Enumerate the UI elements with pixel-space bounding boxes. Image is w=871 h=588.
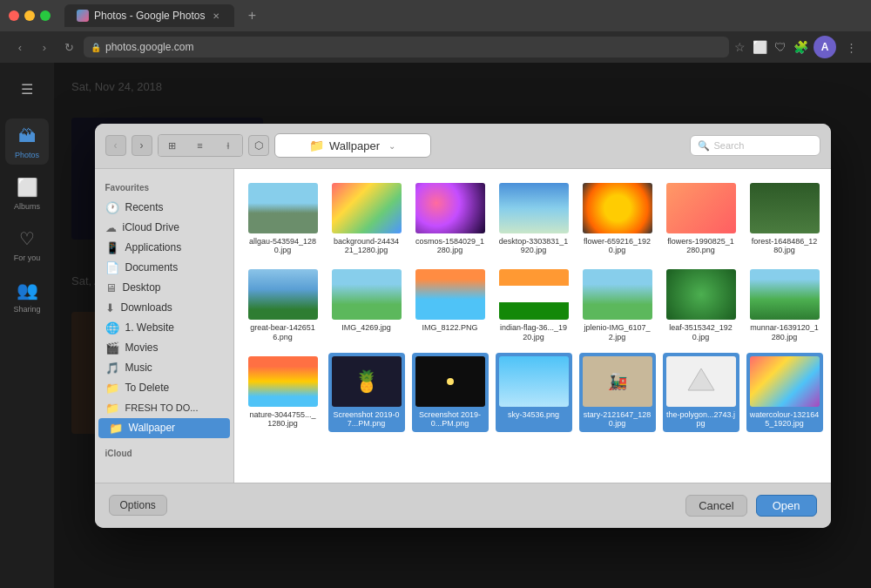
file-item-flowers[interactable]: flowers-1990825_1280.png xyxy=(663,179,739,260)
file-item-nature[interactable]: nature-3044755..._1280.jpg xyxy=(245,353,321,433)
dialog-file-content[interactable]: allgau-543594_1280.jpg background-244342… xyxy=(234,169,831,483)
sidebar-item-music[interactable]: 🎵 Music xyxy=(95,358,233,378)
file-thumb-polygon xyxy=(666,356,736,407)
file-item-watercolour[interactable]: watercolour-1321645_1920.jpg xyxy=(746,353,823,433)
bookmark-icon[interactable]: ☆ xyxy=(734,40,746,54)
heart-icon: ♡ xyxy=(15,226,39,251)
file-item-stary[interactable]: 🚂 stary-2121647_1280.jpg xyxy=(579,353,656,433)
file-item-bear[interactable]: great-bear-1426516.png xyxy=(245,266,321,346)
file-thumb-background xyxy=(332,183,402,233)
sidebar-item-albums[interactable]: ⬜ Albums xyxy=(5,170,49,216)
folder-selector[interactable]: 📁 Wallpaper ⌄ xyxy=(274,133,431,158)
sidebar-item-photos[interactable]: 🏔 Photos xyxy=(5,118,49,165)
file-thumb-leaf xyxy=(666,269,736,320)
reload-button[interactable]: ↻ xyxy=(59,37,78,57)
column-view-button[interactable]: ⫲ xyxy=(214,135,242,156)
browser-toolbar: ‹ › ↻ 🔒 photos.google.com ☆ ⬜ 🛡 🧩 A ⋮ xyxy=(0,31,871,63)
file-item-munnar[interactable]: munnar-1639120_1280.jpg xyxy=(746,266,823,346)
search-bar[interactable]: 🔍 Search xyxy=(690,135,820,156)
dialog-overlay: ‹ › ⊞ ≡ ⫲ ⬡ 📁 Wallpaper ⌄ 🔍 xyxy=(54,63,871,588)
sidebar-item-website[interactable]: 🌐 1. Website xyxy=(95,318,233,338)
file-item-sky[interactable]: sky-34536.png xyxy=(496,353,572,433)
file-name-jplenio: jplenio-IMG_6107_2.jpg xyxy=(583,323,652,342)
file-thumb-forest xyxy=(750,183,820,233)
sidebar-item-wallpaper-label: Wallpaper xyxy=(129,422,176,434)
active-tab[interactable]: Photos - Google Photos ✕ xyxy=(64,4,234,27)
sidebar-item-desktop[interactable]: 🖥 Desktop xyxy=(95,278,233,298)
file-name-desktop: desktop-3303831_1920.jpg xyxy=(499,237,569,256)
shield-icon[interactable]: 🛡 xyxy=(774,40,787,54)
file-thumb-cosmos xyxy=(415,183,485,233)
file-name-indian-flag: indian-flag-36..._1920.jpg xyxy=(499,323,569,342)
sidebar-item-fresh-to-do[interactable]: 📁 FRESH TO DO... xyxy=(95,398,233,418)
forward-button[interactable]: › xyxy=(35,37,54,57)
user-avatar[interactable]: A xyxy=(814,36,836,58)
tab-favicon xyxy=(77,10,89,22)
extension-icon[interactable]: 🧩 xyxy=(793,40,808,54)
file-item-screenshot2[interactable]: Screenshot 2019-0...PM.png xyxy=(412,353,489,433)
sharing-icon: 👥 xyxy=(15,278,39,302)
file-item-flower[interactable]: flower-659216_1920.jpg xyxy=(579,179,656,260)
file-thumb-desktop xyxy=(499,183,569,233)
maximize-window-button[interactable] xyxy=(40,10,51,21)
sidebar-item-sharing[interactable]: 👥 Sharing xyxy=(5,273,49,319)
file-item-desktop[interactable]: desktop-3303831_1920.jpg xyxy=(496,179,572,260)
applications-icon: 📱 xyxy=(105,241,119,254)
file-item-cosmos[interactable]: cosmos-1584029_1280.jpg xyxy=(412,179,489,260)
sidebar-item-applications[interactable]: 📱 Applications xyxy=(95,238,233,258)
file-item-img4269[interactable]: IMG_4269.jpg xyxy=(328,266,405,346)
file-item-forest[interactable]: forest-1648486_1280.jpg xyxy=(746,179,823,260)
open-button[interactable]: Open xyxy=(756,495,817,517)
hamburger-menu[interactable]: ☰ xyxy=(11,73,43,105)
desktop-icon: 🖥 xyxy=(105,281,117,294)
dialog-action-button[interactable]: ⬡ xyxy=(248,135,269,156)
file-item-polygon[interactable]: the-polygon...2743.jpg xyxy=(663,353,739,433)
tab-bar: Photos - Google Photos ✕ + xyxy=(0,0,871,31)
options-button[interactable]: Options xyxy=(109,495,167,516)
sidebar-item-wallpaper[interactable]: 📁 Wallpaper xyxy=(98,418,230,438)
new-tab-button[interactable]: + xyxy=(241,5,262,26)
file-item-screenshot1[interactable]: 🍍 Screenshot 2019-07...PM.png xyxy=(328,353,405,433)
downloads-icon: ⬇ xyxy=(105,301,115,314)
file-thumb-screenshot2 xyxy=(415,356,485,407)
current-folder-label: Wallpaper xyxy=(329,139,380,152)
file-item-leaf[interactable]: leaf-3515342_1920.jpg xyxy=(663,266,739,346)
file-item-background[interactable]: background-2443421_1280.jpg xyxy=(328,179,405,260)
file-thumb-flowers xyxy=(666,183,736,233)
minimize-window-button[interactable] xyxy=(24,10,35,21)
file-thumb-indian-flag xyxy=(499,269,569,320)
file-picker-dialog: ‹ › ⊞ ≡ ⫲ ⬡ 📁 Wallpaper ⌄ 🔍 xyxy=(95,124,831,528)
sidebar-item-recents[interactable]: 🕐 Recents xyxy=(95,198,233,218)
sidebar-item-downloads[interactable]: ⬇ Downloads xyxy=(95,298,233,318)
file-item-img8122[interactable]: IMG_8122.PNG xyxy=(412,266,489,346)
documents-icon: 📄 xyxy=(105,261,119,274)
file-item-indian-flag[interactable]: indian-flag-36..._1920.jpg xyxy=(496,266,572,346)
sidebar-item-documents[interactable]: 📄 Documents xyxy=(95,258,233,278)
file-item-allgau[interactable]: allgau-543594_1280.jpg xyxy=(245,179,321,260)
file-name-flower: flower-659216_1920.jpg xyxy=(583,237,652,256)
address-bar[interactable]: 🔒 photos.google.com xyxy=(84,37,729,57)
website-icon: 🌐 xyxy=(105,321,119,335)
back-button[interactable]: ‹ xyxy=(10,37,30,57)
cancel-button[interactable]: Cancel xyxy=(685,495,746,517)
sidebar-item-applications-label: Applications xyxy=(125,241,182,253)
sidebar-item-for-you[interactable]: ♡ For you xyxy=(5,221,49,267)
sidebar-item-to-delete[interactable]: 📁 To Delete xyxy=(95,378,233,398)
dialog-forward-button[interactable]: › xyxy=(132,135,152,156)
file-item-jplenio[interactable]: jplenio-IMG_6107_2.jpg xyxy=(579,266,656,346)
close-window-button[interactable] xyxy=(9,10,19,21)
dialog-back-button[interactable]: ‹ xyxy=(105,135,126,156)
sidebar-item-downloads-label: Downloads xyxy=(121,301,172,314)
cast-icon[interactable]: ⬜ xyxy=(753,40,767,54)
sidebar-item-icloud-drive[interactable]: ☁ iCloud Drive xyxy=(95,218,233,238)
menu-button[interactable]: ⋮ xyxy=(841,37,861,57)
icon-view-button[interactable]: ⊞ xyxy=(159,135,186,156)
tab-close-button[interactable]: ✕ xyxy=(210,10,222,22)
list-view-button[interactable]: ≡ xyxy=(186,135,214,156)
file-name-bear: great-bear-1426516.png xyxy=(248,323,318,342)
folder-dropdown-icon: ⌄ xyxy=(388,141,395,151)
file-name-leaf: leaf-3515342_1920.jpg xyxy=(666,323,736,342)
sidebar-item-movies[interactable]: 🎬 Movies xyxy=(95,338,233,358)
recents-icon: 🕐 xyxy=(105,201,119,214)
dialog-sidebar: Favourites 🕐 Recents ☁ iCloud Drive 📱 Ap… xyxy=(95,169,234,483)
